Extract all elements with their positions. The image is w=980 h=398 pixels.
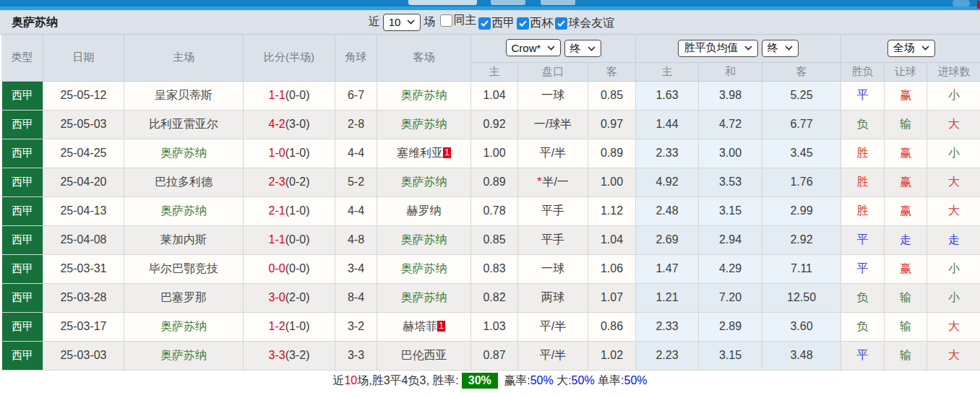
date-cell: 25-05-12 (43, 81, 124, 110)
odds-time-select[interactable]: 终 (564, 40, 601, 57)
match-count-select[interactable]: 10 (383, 14, 421, 31)
col-header-home: 主场 (124, 35, 244, 81)
top-nav-bar (0, 0, 980, 10)
filter-checkbox-西甲[interactable]: 西甲 (478, 16, 515, 31)
summary-mid: 场,胜3平4负3, 胜率: (357, 373, 458, 389)
checkbox-icon[interactable] (478, 17, 491, 30)
team-title: 奥萨苏纳 (12, 15, 58, 30)
date-cell: 25-04-13 (43, 196, 124, 225)
subcol-mean-home: 主 (636, 62, 699, 81)
big-rate-label: 大: (554, 373, 572, 389)
away-team-cell[interactable]: 奥萨苏纳 (377, 81, 471, 110)
filter-bar: 奥萨苏纳 近 10 场 同主西甲西杯球会友谊 (0, 10, 980, 35)
mean-away-cell: 3.60 (762, 312, 841, 341)
match-filters: 近 10 场 同主西甲西杯球会友谊 (366, 13, 615, 31)
home-team-cell[interactable]: 奥萨苏纳 (124, 312, 244, 341)
result-handicap-cell: 输 (885, 341, 927, 370)
col-header-corner: 角球 (335, 35, 377, 81)
filter-checkbox-西杯[interactable]: 西杯 (517, 16, 553, 31)
corner-cell: 5-2 (335, 168, 377, 196)
subcol-mean-away: 客 (762, 62, 841, 81)
odds-home-cell: 0.87 (471, 341, 518, 370)
checkbox-label: 西甲 (491, 16, 515, 31)
mean-home-cell: 2.48 (636, 196, 699, 225)
mean-away-cell: 3.45 (762, 139, 841, 168)
home-team-cell[interactable]: 巴塞罗那 (124, 283, 244, 312)
home-team-cell[interactable]: 毕尔巴鄂竞技 (124, 254, 244, 283)
summary-count: 10 (344, 374, 357, 387)
odds-provider-select[interactable]: Crow* (506, 39, 562, 56)
odds-away-cell: 1.04 (588, 225, 636, 254)
away-team-cell[interactable]: 奥萨苏纳 (377, 225, 471, 254)
away-team-cell[interactable]: 奥萨苏纳 (377, 168, 471, 196)
result-handicap-cell: 走 (885, 225, 927, 254)
corner-cell: 6-7 (335, 81, 377, 110)
subcol-result-handicap: 让球 (885, 62, 927, 81)
league-cell: 西甲 (1, 254, 43, 283)
odds-home-cell: 0.83 (471, 254, 518, 283)
mean-draw-cell: 3.00 (699, 139, 762, 168)
handicap-cell: 一/球半 (518, 110, 588, 139)
score-cell: 4-2(3-0) (244, 110, 335, 139)
home-team-cell[interactable]: 皇家贝蒂斯 (124, 81, 244, 110)
result-handicap-cell: 赢 (885, 139, 927, 168)
scope-select[interactable]: 全场 (887, 40, 935, 57)
subcol-result-wdl: 胜负 (841, 62, 885, 81)
checkbox-icon[interactable] (440, 14, 452, 27)
win-rate-badge: 30% (462, 373, 498, 389)
score-cell: 1-1(0-0) (244, 81, 335, 110)
home-team-cell[interactable]: 比利亚雷亚尔 (124, 110, 244, 139)
mean-away-cell: 2.99 (762, 196, 841, 225)
odds-away-cell: 1.06 (588, 254, 636, 283)
match-row: 西甲25-05-12皇家贝蒂斯1-1(0-0)6-7奥萨苏纳1.04一球0.85… (1, 81, 980, 110)
mean-type-select[interactable]: 胜平负均值 (678, 40, 758, 57)
date-cell: 25-03-17 (43, 312, 124, 341)
corner-cell: 3-2 (335, 312, 377, 341)
date-cell: 25-04-08 (43, 225, 124, 254)
mean-time-value: 终 (768, 41, 778, 55)
odds-home-cell: 1.00 (471, 139, 518, 168)
corner-cell: 2-8 (335, 110, 377, 139)
away-team-cell[interactable]: 塞维利亚1 (377, 139, 471, 168)
date-cell: 25-04-25 (43, 139, 124, 168)
mean-draw-cell: 4.72 (699, 110, 762, 139)
mean-home-cell: 2.69 (636, 225, 699, 254)
away-team-cell[interactable]: 奥萨苏纳 (377, 110, 471, 139)
date-cell: 25-03-28 (43, 283, 124, 312)
result-wdl-cell: 平 (841, 341, 885, 370)
home-team-cell[interactable]: 奥萨苏纳 (124, 139, 244, 168)
scope-value: 全场 (893, 41, 915, 55)
away-team-cell[interactable]: 奥萨苏纳 (377, 254, 471, 283)
home-team-cell[interactable]: 莱加内斯 (124, 225, 244, 254)
big-rate-value: 50% (572, 374, 595, 387)
subcol-result-goals: 进球数 (927, 62, 980, 81)
mean-home-cell: 1.21 (636, 283, 699, 312)
home-team-cell[interactable]: 奥萨苏纳 (124, 341, 244, 370)
result-wdl-cell: 负 (841, 283, 885, 312)
filter-checkbox-同主[interactable]: 同主 (440, 13, 476, 28)
away-team-cell[interactable]: 奥萨苏纳 (377, 283, 471, 312)
home-team-cell[interactable]: 巴拉多利德 (124, 168, 244, 196)
checkbox-label: 同主 (453, 13, 476, 28)
subcol-odds-away: 客 (588, 62, 636, 81)
filter-checkbox-球会友谊[interactable]: 球会友谊 (555, 16, 614, 31)
away-team-cell[interactable]: 赫塔菲1 (377, 312, 471, 341)
mean-draw-cell: 3.98 (699, 81, 762, 110)
match-row: 西甲25-03-03奥萨苏纳3-3(3-2)3-3巴伦西亚0.87平/半1.02… (1, 341, 980, 370)
handicap-cell: 平手 (518, 196, 588, 225)
odds-time-value: 终 (570, 42, 581, 56)
checkbox-icon[interactable] (555, 17, 567, 30)
chevron-down-icon (547, 46, 555, 51)
mean-home-cell: 1.63 (636, 81, 699, 110)
date-cell: 25-03-03 (43, 341, 124, 370)
col-header-score: 比分(半场) (244, 35, 335, 81)
mean-time-select[interactable]: 终 (762, 40, 799, 57)
away-team-cell[interactable]: 赫罗纳 (377, 196, 471, 225)
away-team-cell[interactable]: 巴伦西亚 (377, 341, 471, 370)
checkbox-icon[interactable] (517, 17, 529, 30)
result-goals-cell: 小 (927, 81, 980, 110)
nav-button-fragment (953, 0, 970, 7)
corner-cell: 4-8 (335, 225, 377, 254)
home-team-cell[interactable]: 奥萨苏纳 (124, 196, 244, 225)
subcol-handicap: 盘口 (518, 62, 588, 81)
